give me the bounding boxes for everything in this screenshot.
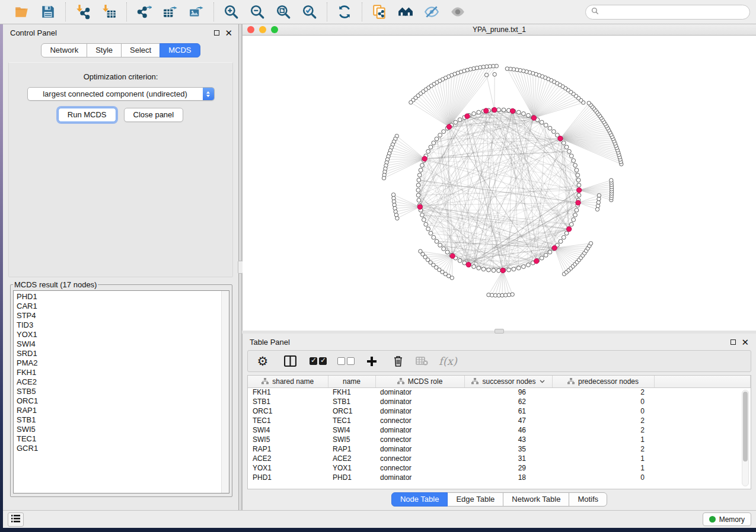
- tab-mcds[interactable]: MCDS: [160, 43, 200, 57]
- network-node[interactable]: [569, 222, 573, 226]
- splitter-grip[interactable]: [495, 329, 504, 334]
- mcds-result-item[interactable]: STP4: [17, 311, 229, 321]
- table-row[interactable]: STB1STB1dominator620: [248, 397, 751, 406]
- column-header-successor-nodes[interactable]: successor nodes: [464, 376, 552, 387]
- network-node[interactable]: [454, 120, 458, 124]
- network-node[interactable]: [416, 193, 420, 197]
- network-node[interactable]: [595, 207, 599, 211]
- sort-chevron-icon[interactable]: [540, 380, 545, 383]
- network-node[interactable]: [577, 183, 581, 187]
- network-node[interactable]: [435, 137, 439, 141]
- network-node[interactable]: [432, 235, 436, 239]
- column-header-predecessor-nodes[interactable]: predecessor nodes: [552, 376, 654, 387]
- network-node[interactable]: [417, 173, 422, 177]
- table-row[interactable]: RAP1RAP1dominator352: [248, 444, 751, 454]
- network-node[interactable]: [416, 183, 420, 187]
- mcds-result-item[interactable]: PMA2: [17, 358, 229, 368]
- float-panel-icon[interactable]: [214, 30, 219, 36]
- network-node[interactable]: [492, 268, 496, 273]
- horizontal-splitter[interactable]: [242, 331, 756, 334]
- mcds-dominator-node[interactable]: [484, 108, 489, 113]
- import-table-icon[interactable]: [100, 3, 118, 21]
- mcds-dominator-node[interactable]: [531, 116, 536, 120]
- network-node[interactable]: [516, 110, 521, 114]
- tab-network[interactable]: Network: [41, 43, 87, 57]
- network-node[interactable]: [589, 242, 592, 245]
- network-node[interactable]: [429, 145, 433, 149]
- network-node[interactable]: [435, 239, 439, 243]
- network-node[interactable]: [487, 268, 491, 272]
- mcds-dominator-node[interactable]: [446, 124, 451, 129]
- network-node[interactable]: [445, 250, 449, 254]
- first-neighbors-icon[interactable]: [397, 3, 414, 21]
- import-network-icon[interactable]: [74, 3, 92, 21]
- export-image-icon[interactable]: [187, 3, 205, 21]
- mcds-result-item[interactable]: YOX1: [17, 330, 229, 339]
- search-input[interactable]: [602, 8, 744, 17]
- settings-icon[interactable]: ⚙: [256, 354, 269, 368]
- mcds-dominator-node[interactable]: [465, 114, 470, 118]
- network-node[interactable]: [422, 218, 426, 222]
- table-row[interactable]: ACE2ACE2connector311: [248, 454, 751, 463]
- network-canvas[interactable]: [243, 36, 756, 331]
- column-header-name[interactable]: name: [328, 376, 375, 387]
- table-row[interactable]: ORC1ORC1dominator610: [248, 406, 751, 416]
- mcds-dominator-node[interactable]: [450, 254, 455, 258]
- network-node[interactable]: [540, 256, 544, 260]
- network-node[interactable]: [597, 194, 601, 197]
- network-node[interactable]: [450, 276, 454, 280]
- table-row[interactable]: SWI4SWI4dominator462: [248, 425, 751, 435]
- network-node[interactable]: [426, 149, 430, 153]
- zoom-selected-icon[interactable]: [301, 3, 318, 21]
- mcds-list-scrollbar[interactable]: [221, 291, 229, 493]
- network-node[interactable]: [597, 197, 601, 201]
- export-network-icon[interactable]: [135, 3, 153, 21]
- tab-select[interactable]: Select: [121, 43, 160, 57]
- network-node[interactable]: [596, 200, 600, 204]
- mcds-result-item[interactable]: RAP1: [17, 406, 229, 415]
- network-node[interactable]: [575, 168, 579, 172]
- mcds-result-item[interactable]: CAR1: [17, 302, 229, 311]
- mcds-dominator-node[interactable]: [417, 204, 422, 209]
- table-row[interactable]: FKH1FKH1dominator962: [248, 387, 751, 397]
- table-row[interactable]: PHD1PHD1dominator180: [248, 473, 751, 482]
- network-node[interactable]: [395, 216, 399, 220]
- network-node[interactable]: [420, 213, 425, 217]
- mcds-result-item[interactable]: FKH1: [17, 368, 229, 377]
- network-node[interactable]: [505, 67, 509, 70]
- mcds-result-item[interactable]: ACE2: [17, 377, 229, 387]
- mcds-result-list[interactable]: PHD1CAR1STP4TID3YOX1SWI4SRD1PMA2FKH1ACE2…: [13, 290, 229, 493]
- network-node[interactable]: [564, 231, 569, 235]
- mcds-result-item[interactable]: STB1: [17, 415, 229, 425]
- network-node[interactable]: [544, 123, 548, 127]
- export-table-icon[interactable]: [161, 3, 179, 21]
- close-panel-button[interactable]: Close panel: [124, 108, 184, 122]
- network-node[interactable]: [522, 112, 526, 116]
- mcds-result-item[interactable]: TID3: [17, 321, 229, 330]
- network-node[interactable]: [559, 239, 563, 243]
- network-node[interactable]: [382, 176, 385, 180]
- hide-selected-icon[interactable]: [423, 3, 441, 21]
- network-node[interactable]: [429, 231, 433, 235]
- select-all-icon[interactable]: [310, 354, 327, 368]
- node-table[interactable]: shared namenameMCDS rolesuccessor nodesp…: [247, 375, 751, 489]
- network-node[interactable]: [472, 265, 476, 269]
- mcds-dominator-node[interactable]: [566, 227, 571, 232]
- add-entry-icon[interactable]: [365, 354, 378, 368]
- network-node[interactable]: [438, 133, 442, 137]
- network-node[interactable]: [507, 268, 511, 272]
- float-panel-icon[interactable]: [731, 339, 736, 345]
- mcds-result-item[interactable]: SWI4: [17, 339, 229, 349]
- tab-node-table[interactable]: Node Table: [391, 492, 448, 507]
- tab-edge-table[interactable]: Edge Table: [447, 492, 503, 507]
- mcds-result-item[interactable]: TEC1: [17, 434, 229, 444]
- network-node[interactable]: [540, 120, 544, 124]
- mcds-dominator-node[interactable]: [552, 245, 557, 250]
- network-node[interactable]: [417, 178, 421, 182]
- mcds-dominator-node[interactable]: [466, 262, 471, 267]
- network-node[interactable]: [576, 173, 580, 177]
- network-node[interactable]: [424, 222, 428, 226]
- network-node[interactable]: [573, 213, 578, 217]
- network-from-file-icon[interactable]: [371, 3, 388, 21]
- column-header-MCDS-role[interactable]: MCDS role: [375, 376, 464, 387]
